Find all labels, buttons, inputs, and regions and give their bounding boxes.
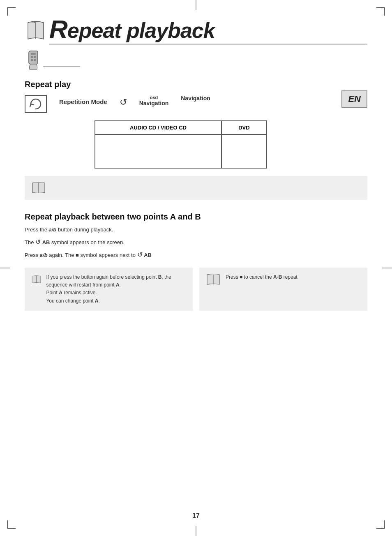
table-cell-cd	[95, 134, 221, 168]
note-box-left: If you press the button again before sel…	[25, 268, 193, 311]
ab-ab-text: AB	[144, 252, 152, 258]
remote-icon-area	[25, 49, 367, 72]
ab-loop-symbol-2: ↺	[137, 251, 143, 258]
note-box-repeat	[25, 176, 367, 200]
note-right-ab: A-B	[273, 274, 282, 280]
two-notes-container: If you press the button again before sel…	[25, 268, 367, 311]
ab-symbol-text: AB	[42, 239, 50, 245]
svg-rect-4	[31, 59, 33, 61]
title-text-wrapper: Repeat playback	[49, 16, 367, 45]
svg-rect-3	[34, 56, 36, 58]
title-book-icon	[25, 19, 47, 42]
bold-B: B	[158, 274, 162, 280]
bold-A2: A	[59, 290, 62, 296]
navigation-label-1: Navigation	[139, 100, 169, 106]
ab-desc-2: The ↺ AB symbol appears on the screen.	[25, 237, 367, 247]
title-rest: epeat playback	[67, 18, 215, 42]
note-book-icon	[31, 182, 47, 194]
svg-rect-2	[31, 56, 33, 58]
osd-label: osd	[139, 95, 169, 100]
cd-dvd-table: AUDIO CD / VIDEO CD DVD	[95, 120, 267, 169]
bold-A1: A	[116, 282, 120, 288]
remote-hand-icon	[25, 49, 45, 72]
osd-navigation-col: osd Navigation	[139, 95, 169, 106]
page-number: 17	[192, 512, 200, 520]
bold-A3: A	[95, 298, 99, 304]
page-title: Repeat playback	[49, 16, 367, 42]
note-right-stop: ■	[240, 274, 242, 280]
ab-btn-label-2: a/b	[40, 252, 48, 258]
note-book-icon-left	[31, 273, 42, 286]
svg-rect-0	[29, 51, 38, 64]
repetition-mode-icon	[28, 98, 43, 110]
note-right-text: Press ■ to cancel the A-B repeat.	[226, 273, 299, 281]
title-section: Repeat playback	[25, 16, 367, 45]
svg-rect-1	[31, 53, 36, 55]
title-r: R	[49, 15, 67, 43]
navigation-col-2: Navigation	[181, 95, 210, 102]
remote-underline	[43, 66, 80, 67]
en-badge: EN	[341, 90, 367, 108]
table-cell-dvd	[221, 134, 267, 168]
ab-heading: Repeat playback between two points A and…	[25, 212, 367, 222]
repeat-play-heading: Repeat play	[25, 80, 367, 89]
ab-loop-symbol: ↺	[35, 238, 41, 245]
svg-rect-5	[34, 59, 36, 61]
ab-stop-symbol: ■	[76, 252, 79, 258]
ab-btn-label-1: a/b	[49, 226, 57, 233]
repeat-icon-box	[25, 95, 47, 113]
repeat-play-row: Repetition Mode ↺ osd Navigation Navigat…	[25, 95, 367, 113]
ab-desc-1: Press the a/b button during playback.	[25, 226, 367, 234]
note-left-text: If you press the button again before sel…	[46, 273, 186, 305]
note-box-right: Press ■ to cancel the A-B repeat.	[199, 268, 367, 311]
table-row-content	[95, 134, 267, 168]
repetition-mode-label: Repetition Mode	[59, 95, 107, 105]
table-header-dvd: DVD	[221, 121, 267, 134]
note-book-icon-right	[206, 273, 221, 286]
navigation-label-2: Navigation	[181, 95, 210, 102]
table-header-cd: AUDIO CD / VIDEO CD	[95, 121, 221, 134]
ab-desc-3: Press a/b again. The ■ symbol appears ne…	[25, 250, 367, 260]
repeat-arrow-symbol: ↺	[120, 95, 127, 108]
ab-section: Repeat playback between two points A and…	[25, 212, 367, 311]
